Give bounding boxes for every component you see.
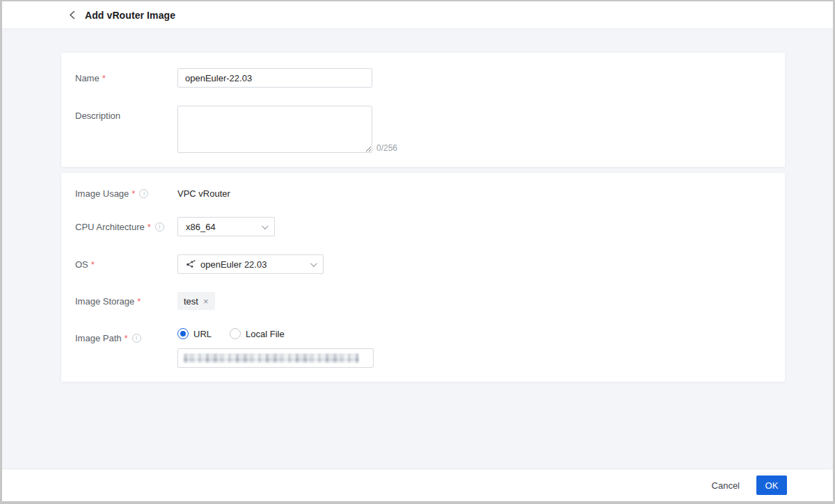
back-icon[interactable] (65, 8, 79, 22)
footer-action-bar: Cancel OK (2, 469, 833, 501)
required-marker: * (102, 73, 106, 83)
cpu-architecture-label: CPU Architecture * i (75, 222, 177, 232)
info-icon[interactable]: i (132, 334, 141, 343)
required-marker: * (137, 296, 141, 307)
page-title: Add vRouter Image (85, 10, 175, 21)
os-select[interactable]: openEuler 22.03 (177, 254, 324, 274)
cpu-architecture-select[interactable]: x86_64 (177, 217, 275, 236)
os-row: OS * openEuler 22.03 (75, 254, 771, 274)
info-icon[interactable]: i (155, 222, 164, 231)
radio-option-local-file[interactable]: Local File (230, 328, 285, 339)
basic-info-card: Name * Description 0/256 (61, 53, 785, 167)
name-label: Name * (75, 73, 177, 83)
required-marker: * (91, 259, 95, 270)
image-storage-label: Image Storage * (75, 296, 177, 307)
required-marker: * (132, 188, 135, 199)
ok-button[interactable]: OK (756, 475, 787, 495)
cancel-button[interactable]: Cancel (710, 478, 741, 494)
radio-option-url[interactable]: URL (177, 328, 212, 339)
redacted-url-value (184, 354, 359, 363)
radio-unselected-icon[interactable] (230, 328, 241, 339)
page-header: Add vRouter Image (2, 1, 833, 29)
image-settings-card: Image Usage * i VPC vRouter CPU Architec… (61, 173, 785, 382)
info-icon[interactable]: i (139, 189, 148, 198)
name-row: Name * (75, 68, 771, 88)
description-textarea[interactable] (177, 106, 372, 153)
image-path-row: Image Path * i URL Local File (75, 328, 771, 368)
chevron-down-icon (262, 222, 269, 229)
form-scroll-area: Name * Description 0/256 Image Usage * i… (2, 29, 833, 469)
chevron-down-icon (310, 260, 317, 267)
tag-label: test (184, 296, 198, 307)
required-marker: * (148, 222, 151, 232)
tag-remove-icon[interactable]: × (203, 297, 209, 306)
image-storage-row: Image Storage * test × (75, 292, 771, 310)
os-label: OS * (75, 259, 177, 270)
openeuler-logo-icon (186, 259, 196, 269)
required-marker: * (125, 333, 128, 343)
cpu-architecture-row: CPU Architecture * i x86_64 (75, 217, 771, 236)
image-usage-row: Image Usage * i VPC vRouter (75, 188, 771, 199)
image-path-label: Image Path * i (75, 328, 177, 343)
radio-selected-icon[interactable] (177, 328, 189, 339)
image-storage-tag[interactable]: test × (177, 292, 215, 310)
description-char-counter: 0/256 (376, 143, 397, 153)
description-row: Description 0/256 (75, 106, 771, 153)
image-usage-label: Image Usage * i (75, 188, 177, 199)
image-usage-value: VPC vRouter (177, 188, 230, 199)
image-url-input[interactable] (177, 348, 374, 368)
name-input[interactable] (177, 68, 372, 88)
image-path-radio-group: URL Local File (177, 328, 374, 339)
description-label: Description (75, 106, 177, 121)
